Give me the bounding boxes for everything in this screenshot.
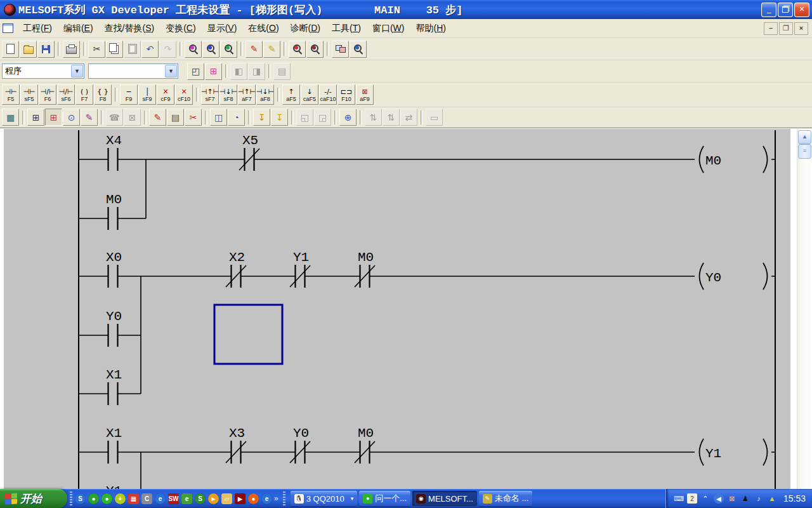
menu-e[interactable]: 编辑(E) [58,20,99,37]
undo[interactable]: ↶ [141,41,159,58]
menu-d[interactable]: 诊断(D) [285,20,326,37]
quicklaunch-pictures-icon[interactable]: ▦ [128,493,139,504]
taskbar-task-button[interactable]: ✎未命名 ... [479,491,532,506]
project-data-list[interactable]: ⊞ [27,109,44,126]
edit-ladder[interactable]: ✎ [149,109,166,126]
comment-1[interactable]: ☎ [106,109,123,126]
ladder-symbol-af9[interactable]: ⊠aF9 [356,84,374,105]
ladder-symbol-sf8[interactable]: ⊣↓⊢sF8 [219,84,237,105]
quicklaunch-360-browser-icon[interactable]: ● [102,493,112,504]
ladder-editor-area[interactable]: X4X5M0X0X2Y1M0Y0X1X1X3Y0M0M0Y0Y1Y1 ▲ [0,128,812,503]
taskbar-task-active[interactable]: ◉MELSOFT... [412,491,477,506]
ladder-symbol-sf7[interactable]: ⊣↑⊢sF7 [201,84,219,105]
ladder-symbol-af7[interactable]: ⊣↑⊢aF7 [238,84,256,105]
monitor-test[interactable]: ⊕ [339,109,357,126]
overflow-chevron-icon[interactable]: » [274,494,278,503]
melsoft-app-icon[interactable] [4,4,16,16]
sort-1[interactable]: ⇅ [365,109,382,126]
ladder-symbol-f5[interactable]: ⊣⊢F5 [2,84,20,105]
ladder-symbol-f9[interactable]: ─F9 [120,84,138,105]
program-type-combobox[interactable]: 程序 ▼ [2,64,84,79]
quicklaunch-grip[interactable] [70,491,72,505]
find[interactable] [185,41,202,58]
menu-w[interactable]: 窗口(W) [367,20,410,37]
ladder-view[interactable]: ▦ [2,109,19,126]
sort-2[interactable]: ⇅ [383,109,400,126]
redo[interactable]: ↷ [159,41,176,58]
taskbar-task-button[interactable]: ●问一个... [359,491,410,506]
open[interactable] [20,41,37,58]
taskzone-grip[interactable] [283,491,285,505]
save[interactable] [37,41,55,58]
device-registration[interactable]: ✎ [263,41,280,58]
ladder-symbol-f6[interactable]: ⊣/⊢F6 [39,84,56,105]
paste[interactable] [124,41,141,58]
quicklaunch-sogou-browser-icon[interactable]: S [75,493,86,504]
ladder-symbol-af5[interactable]: ↑aF5 [282,84,300,105]
tray-wireless-icon[interactable]: ▲ [767,493,777,504]
project-tree[interactable]: ⊞ [205,63,222,80]
quicklaunch-360-plus-icon[interactable]: + [115,493,126,504]
ladder-symbol-cf9[interactable]: ✕cF9 [157,84,174,105]
ladder-symbol-sf6[interactable]: ⊣/⊢sF6 [57,84,75,105]
ladder-diagram[interactable]: X4X5M0X0X2Y1M0Y0X1X1X3Y0M0M0Y0Y1Y1 [0,128,812,503]
quicklaunch-casio-icon[interactable]: C [141,493,152,504]
quicklaunch-folder-icon[interactable]: ▱ [221,493,232,504]
write-mode[interactable]: ✎ [81,109,98,126]
restore-button[interactable] [778,3,793,17]
label-1[interactable]: ◧ [230,63,247,80]
ladder-symbol-f8[interactable]: { }F8 [94,84,112,105]
quicklaunch-internet-explorer-icon[interactable]: e [155,493,166,504]
cut[interactable]: ✂ [88,41,105,58]
menu-v[interactable]: 显示(V) [202,20,243,37]
tray-qq-icon[interactable]: ♟ [740,493,750,504]
quicklaunch-equation-editor-icon[interactable]: e [181,493,192,504]
clock[interactable]: 15:53 [783,493,806,504]
display-option[interactable]: ▭ [426,109,443,126]
tray-volume-icon[interactable]: ♪ [754,493,764,504]
edit-mode[interactable]: ⊞ [45,109,62,126]
tray-show-hidden-icon[interactable]: ⌃ [700,493,710,504]
ladder-symbol-af8[interactable]: ⊣↓⊢aF8 [256,84,274,105]
quicklaunch-sogou-input-icon[interactable]: S [195,493,206,504]
write-plc[interactable]: ↧ [253,109,270,126]
copy[interactable] [106,41,123,58]
monitor[interactable] [350,41,367,58]
mdi-close-button[interactable]: × [794,22,808,35]
edit-grid[interactable]: ▤ [167,109,184,126]
ladder-symbol-f7[interactable]: ( )F7 [75,84,93,105]
task-group-dropdown-icon[interactable]: ▾ [351,495,354,502]
chevron-down-icon[interactable]: ▼ [71,65,83,77]
mdi-restore-button[interactable]: ❐ [779,22,793,35]
mdi-minimize-button[interactable]: – [764,22,778,35]
quicklaunch-solidworks-icon[interactable]: SW [168,493,179,504]
scrollbar-thumb[interactable] [798,144,811,159]
menu-t[interactable]: 工具(T) [326,20,367,37]
mdi-child-icon[interactable] [3,23,13,33]
new[interactable] [2,41,19,58]
menu-h[interactable]: 帮助(H) [410,20,452,37]
quicklaunch-firefox-icon[interactable]: ● [248,493,259,504]
chevron-down-icon[interactable]: ▼ [165,65,177,77]
transfer-setup[interactable] [332,41,349,58]
tray-keyboard-icon[interactable]: ⌨ [674,493,684,504]
find-instruction[interactable] [220,41,237,58]
close-button[interactable]: × [794,3,809,17]
parameter[interactable]: ◰ [187,63,204,80]
device-memory[interactable]: ◫ [210,109,227,126]
vertical-scrollbar[interactable]: ▲ [797,130,811,502]
quicklaunch-media-player-icon[interactable]: ► [208,493,219,504]
comment-2[interactable]: ⊠ [124,109,141,126]
edit-cut[interactable]: ✂ [185,109,202,126]
start-button[interactable]: 开始 [0,489,67,508]
scroll-up-button[interactable]: ▲ [798,130,811,144]
ladder-symbol-caf5[interactable]: ↓caF5 [301,84,318,105]
menu-o[interactable]: 在线(O) [242,20,284,37]
device-test[interactable]: ✎ [246,41,263,58]
quicklaunch-player-icon[interactable]: ▶ [235,493,246,504]
ladder-symbol-sf5[interactable]: ⊣⊢sF5 [20,84,38,105]
ladder-symbol-f10[interactable]: ⊏⊐F10 [337,84,355,105]
data-name-combobox[interactable]: ▼ [88,64,178,79]
window-2[interactable]: ◲ [314,109,331,126]
label-2[interactable]: ◨ [248,63,265,80]
